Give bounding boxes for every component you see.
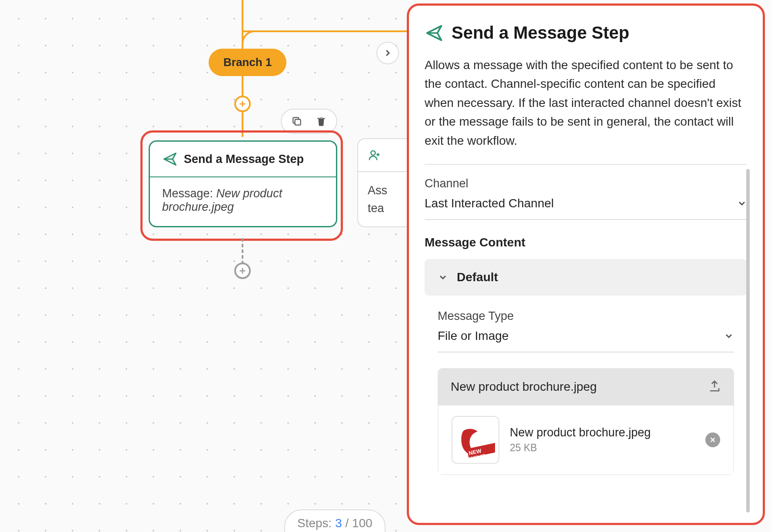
delete-button[interactable] xyxy=(315,115,328,128)
close-icon xyxy=(709,436,717,444)
branch-label-pill[interactable]: Branch 1 xyxy=(209,49,286,76)
divider xyxy=(425,164,747,165)
message-type-select[interactable]: File or Image xyxy=(438,329,734,352)
steps-total: 100 xyxy=(352,516,372,530)
node-body-label: Message: xyxy=(162,187,216,200)
node-header: Send a Message Step xyxy=(150,142,336,177)
send-message-node[interactable]: Send a Message Step Message: New product… xyxy=(149,140,337,227)
steps-sep: / xyxy=(342,516,352,530)
channel-value: Last Interacted Channel xyxy=(425,196,554,210)
svg-point-1 xyxy=(371,151,376,155)
default-accordion[interactable]: Default xyxy=(425,259,747,296)
node-body: Message: New product brochure.jpeg xyxy=(150,177,336,226)
svg-rect-0 xyxy=(295,120,301,125)
file-row: NEW PRODUCT New product brochure.jpeg 25… xyxy=(439,406,733,474)
steps-current: 3 xyxy=(335,516,342,530)
upload-button[interactable] xyxy=(708,379,721,394)
message-type-label: Message Type xyxy=(438,309,734,323)
file-name: New product brochure.jpeg xyxy=(510,426,651,439)
node-title: Send a Message Step xyxy=(184,153,304,166)
expand-branch-button[interactable] xyxy=(376,42,399,64)
connector-horizontal xyxy=(243,30,417,32)
channel-label: Channel xyxy=(425,177,747,190)
user-plus-icon xyxy=(368,149,381,162)
connector-vertical-top xyxy=(242,0,243,49)
file-attachment-card: New product brochure.jpeg NEW PRODUCT xyxy=(438,368,734,475)
message-type-value: File or Image xyxy=(438,329,508,343)
plus-icon xyxy=(238,266,247,276)
message-content-body: Message Type File or Image New product b… xyxy=(425,309,747,475)
panel-header: Send a Message Step xyxy=(425,23,747,43)
file-header: New product brochure.jpeg xyxy=(438,368,734,406)
selected-node-highlight: Send a Message Step Message: New product… xyxy=(140,130,343,241)
accordion-label: Default xyxy=(457,270,498,284)
chevron-down-icon xyxy=(724,331,734,341)
chevron-right-icon xyxy=(382,48,393,58)
chevron-down-icon xyxy=(438,272,448,283)
upload-icon xyxy=(708,379,721,392)
panel-description: Allows a message with the specified cont… xyxy=(425,56,747,150)
connector-vertical-bottom xyxy=(242,238,243,264)
steps-label: Steps: xyxy=(297,516,335,530)
add-step-button[interactable] xyxy=(234,96,251,112)
steps-counter: Steps: 3 / 100 xyxy=(284,509,386,532)
duplicate-button[interactable] xyxy=(290,115,303,128)
copy-icon xyxy=(291,116,302,127)
connector-curve xyxy=(242,30,255,43)
file-size: 25 KB xyxy=(510,442,651,454)
plus-icon xyxy=(238,99,247,109)
file-thumbnail: NEW PRODUCT xyxy=(452,416,499,464)
send-icon xyxy=(425,23,444,43)
step-config-panel: Send a Message Step Allows a message wit… xyxy=(407,3,765,525)
panel-title: Send a Message Step xyxy=(452,23,629,43)
message-content-label: Message Content xyxy=(425,236,747,249)
file-info: New product brochure.jpeg 25 KB xyxy=(510,426,651,454)
remove-file-button[interactable] xyxy=(705,432,720,447)
chevron-down-icon xyxy=(737,198,747,209)
workflow-canvas[interactable]: Branch 1 Send a Message Step Message: N xyxy=(0,0,404,532)
thumbnail-art: NEW PRODUCT xyxy=(456,425,495,464)
channel-select[interactable]: Last Interacted Channel xyxy=(425,196,747,220)
file-display-name: New product brochure.jpeg xyxy=(451,380,597,394)
scrollbar[interactable] xyxy=(746,169,750,512)
trash-icon xyxy=(316,116,327,127)
send-icon xyxy=(162,151,178,167)
add-step-after-button[interactable] xyxy=(234,263,251,279)
